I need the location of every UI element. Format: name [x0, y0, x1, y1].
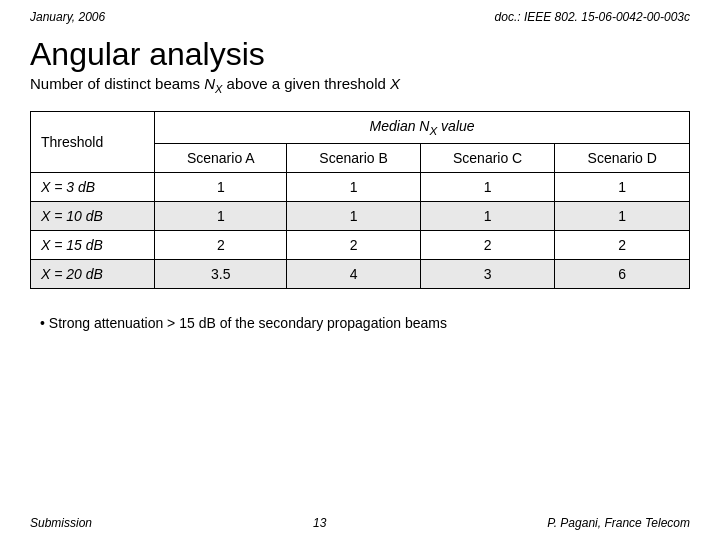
- cell-value: 1: [420, 201, 555, 230]
- cell-value: 1: [420, 172, 555, 201]
- table-row: X = 3 dB1111: [31, 172, 690, 201]
- header-right: doc.: IEEE 802. 15-06-0042-00-003c: [495, 10, 690, 24]
- cell-value: 1: [155, 172, 287, 201]
- table-row: X = 20 dB3.5436: [31, 259, 690, 288]
- cell-value: 2: [155, 230, 287, 259]
- table-row: X = 15 dB2222: [31, 230, 690, 259]
- cell-value: 1: [155, 201, 287, 230]
- cell-value: 1: [555, 172, 690, 201]
- cell-threshold: X = 15 dB: [31, 230, 155, 259]
- bullet-item: Strong attenuation > 15 dB of the second…: [40, 315, 690, 331]
- subtitle: Number of distinct beams NX above a give…: [0, 75, 720, 111]
- cell-value: 1: [287, 201, 420, 230]
- table-row: X = 10 dB1111: [31, 201, 690, 230]
- subtitle-variable: NX: [204, 75, 222, 92]
- header: January, 2006 doc.: IEEE 802. 15-06-0042…: [0, 0, 720, 28]
- cell-threshold: X = 20 dB: [31, 259, 155, 288]
- cell-value: 2: [420, 230, 555, 259]
- cell-value: 2: [555, 230, 690, 259]
- cell-threshold: X = 10 dB: [31, 201, 155, 230]
- cell-value: 1: [287, 172, 420, 201]
- header-left: January, 2006: [30, 10, 105, 24]
- subtitle-text-before: Number of distinct beams: [30, 75, 204, 92]
- subtitle-text-after: above a given threshold: [222, 75, 390, 92]
- cell-value: 3: [420, 259, 555, 288]
- footer: Submission 13 P. Pagani, France Telecom: [0, 516, 720, 530]
- cell-value: 2: [287, 230, 420, 259]
- footer-right: P. Pagani, France Telecom: [547, 516, 690, 530]
- data-table: Threshold Median NX value Scenario A Sce…: [30, 111, 690, 289]
- cell-threshold: X = 3 dB: [31, 172, 155, 201]
- col-header-threshold: Threshold: [31, 112, 155, 173]
- main-title: Angular analysis: [0, 28, 720, 75]
- footer-left: Submission: [30, 516, 92, 530]
- col-scenario-c: Scenario C: [420, 143, 555, 172]
- col-header-median: Median NX value: [155, 112, 690, 144]
- cell-value: 1: [555, 201, 690, 230]
- subtitle-variable2: X: [390, 75, 400, 92]
- cell-value: 6: [555, 259, 690, 288]
- col-scenario-b: Scenario B: [287, 143, 420, 172]
- cell-value: 4: [287, 259, 420, 288]
- col-scenario-a: Scenario A: [155, 143, 287, 172]
- table-container: Threshold Median NX value Scenario A Sce…: [0, 111, 720, 305]
- col-scenario-d: Scenario D: [555, 143, 690, 172]
- footer-center: 13: [313, 516, 326, 530]
- cell-value: 3.5: [155, 259, 287, 288]
- bullet-section: Strong attenuation > 15 dB of the second…: [0, 305, 720, 341]
